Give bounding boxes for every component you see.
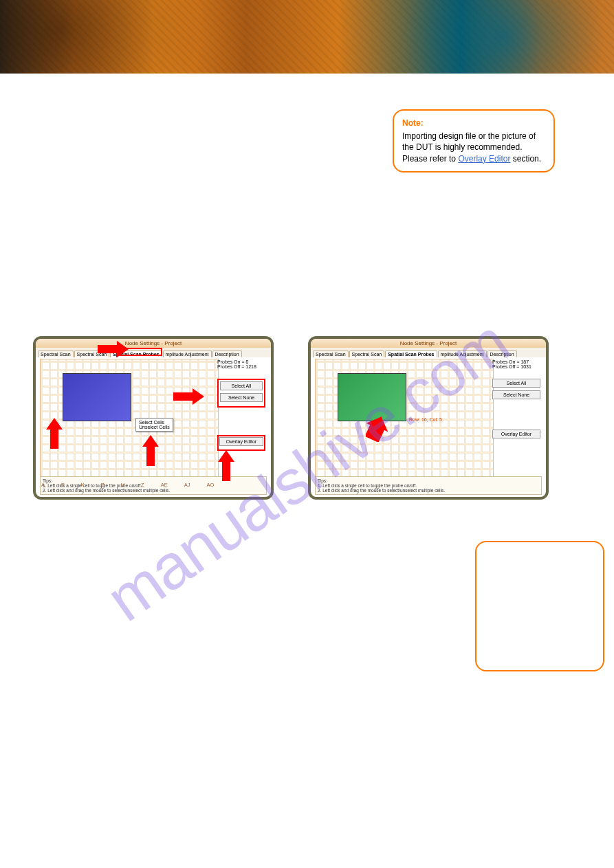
tab-description[interactable]: Description: [212, 350, 242, 357]
tab-bar: Spectral Scan Spectral Scan Spatial Scan…: [311, 348, 546, 357]
tip-1: 1. Left click a single cell to toggle th…: [318, 483, 539, 488]
context-unselect-cells[interactable]: Unselect Cells: [139, 425, 170, 430]
context-menu[interactable]: Select Cells Unselect Cells: [135, 418, 173, 432]
probe-grid[interactable]: Row: 16, Col: 5: [315, 359, 494, 479]
arrow-icon: [366, 413, 395, 442]
probe-grid[interactable]: [40, 359, 219, 479]
probes-on-value: = 0: [241, 359, 248, 364]
arrow-icon: [173, 388, 204, 405]
probes-off-value: = 1218: [241, 364, 256, 369]
svg-marker-4: [218, 450, 234, 481]
overlay-editor-button[interactable]: Overlay Editor: [492, 430, 540, 438]
probes-on-label: Probes On: [217, 359, 240, 364]
dut-overlay-blue: [63, 373, 131, 421]
probes-off-label: Probes Off: [217, 364, 240, 369]
coordinate-tooltip: Row: 16, Col: 5: [409, 417, 442, 422]
arrow-icon: [98, 341, 129, 357]
probes-on-value: = 187: [516, 359, 529, 364]
svg-marker-2: [46, 418, 63, 449]
note-box-bottom-empty: [475, 541, 604, 671]
arrow-icon: [142, 435, 159, 466]
overlay-editor-button[interactable]: Overlay Editor: [219, 437, 263, 446]
select-all-button[interactable]: Select All: [492, 379, 540, 388]
probes-off-label: Probes Off: [492, 364, 515, 369]
probes-on-label: Probes On: [492, 359, 515, 364]
window-title: Node Settings - Project: [36, 339, 271, 348]
axis-letters-left: AFKPUZAEAJAO: [41, 482, 214, 488]
tip-2: 2. Left click and drag the mouse to sele…: [43, 488, 264, 493]
context-select-cells[interactable]: Select Cells: [139, 420, 170, 425]
header-banner: [0, 0, 614, 74]
screenshot-right: Node Settings - Project Spectral Scan Sp…: [308, 336, 549, 500]
overlay-editor-link[interactable]: Overlay Editor: [458, 154, 510, 164]
svg-marker-5: [366, 413, 393, 442]
screenshot-left: Node Settings - Project Spectral Scan Sp…: [33, 336, 274, 500]
svg-marker-1: [173, 388, 204, 405]
select-none-button[interactable]: Select None: [492, 390, 540, 399]
select-none-button[interactable]: Select None: [220, 393, 263, 402]
tab-spectral-scan[interactable]: Spectral Scan: [313, 350, 349, 357]
arrow-icon: [46, 418, 63, 449]
note-box-top: Note: Importing design file or the pictu…: [393, 109, 555, 173]
svg-marker-0: [98, 341, 129, 357]
svg-marker-3: [142, 435, 159, 466]
note-title: Note:: [402, 118, 545, 129]
tab-description[interactable]: Description: [487, 350, 517, 357]
tip-2: 2. Left click and drag the mouse to sele…: [318, 488, 539, 493]
tab-spectral-scan[interactable]: Spectral Scan: [38, 350, 74, 357]
tab-spatial-scan-probes[interactable]: Spatial Scan Probes: [385, 350, 437, 357]
note-body-after: section.: [510, 154, 541, 164]
select-all-button[interactable]: Select All: [220, 381, 263, 390]
arrow-icon: [218, 450, 234, 481]
probes-off-value: = 1031: [516, 364, 531, 369]
window-title: Node Settings - Project: [311, 339, 546, 348]
tab-amplitude-adjustment[interactable]: mplitude Adjustment: [163, 350, 212, 357]
tips-box: Tips: 1. Left click a single cell to tog…: [315, 476, 542, 495]
tips-label: Tips:: [318, 478, 539, 483]
tab-amplitude-adjustment[interactable]: mplitude Adjustment: [438, 350, 487, 357]
tab-spectral-scan-probes[interactable]: Spectral Scan: [349, 350, 385, 357]
